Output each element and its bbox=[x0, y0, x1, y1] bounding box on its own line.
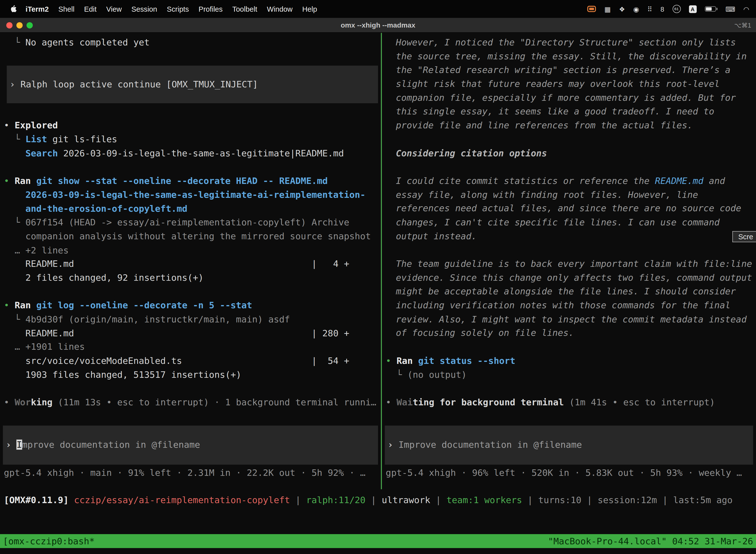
terminal-line: README.md | 280 + bbox=[4, 326, 381, 340]
terminal-line: Considering citation options bbox=[396, 147, 756, 160]
menu-item-help[interactable]: Help bbox=[297, 5, 322, 13]
terminal-line: The team guideline is to back every impo… bbox=[396, 257, 756, 271]
terminal-line: └ (no output) bbox=[386, 368, 756, 382]
dots-grid-icon[interactable]: ⠿ bbox=[647, 5, 652, 13]
terminal-line: … +2 lines bbox=[4, 243, 381, 258]
window-shortcut-badge: ⌥⌘1 bbox=[734, 21, 751, 29]
terminal-line: slight risk that future readers may over… bbox=[396, 77, 756, 91]
prompt-text-left: › Improve documentation in @filename bbox=[6, 438, 375, 452]
terminal-line: might be acceptable alongside the file l… bbox=[396, 285, 756, 299]
screenshot-notification[interactable]: Scre bbox=[733, 231, 756, 242]
window-title-bar: omx --xhigh --madmax ⌥⌘1 bbox=[0, 18, 756, 33]
model-status-line-right: gpt-5.4 xhigh · 96% left · 520K in · 5.8… bbox=[382, 466, 756, 480]
terminal-line: of focusing solely on file lines. bbox=[396, 326, 756, 340]
blank-line bbox=[4, 285, 381, 299]
close-button[interactable] bbox=[6, 22, 12, 28]
screen-recording-indicator[interactable] bbox=[587, 6, 596, 12]
blank-line bbox=[4, 382, 381, 396]
terminal-line: However, I noticed the "Directory Struct… bbox=[396, 36, 756, 50]
terminal-line: • Working (11m 13s • esc to interrupt) ·… bbox=[4, 396, 381, 409]
terminal-line: the "Related research writing" section i… bbox=[396, 63, 756, 77]
terminal-line: companion analysis without altering the … bbox=[4, 230, 381, 243]
battery-icon[interactable] bbox=[705, 6, 716, 11]
terminal-line: └ List git ls-files bbox=[4, 133, 381, 147]
terminal-line: … +1901 lines bbox=[4, 340, 381, 354]
terminal-line: • Ran git show --stat --oneline --decora… bbox=[4, 174, 381, 188]
menu-items: iTerm2ShellEditViewSessionScriptsProfile… bbox=[21, 5, 322, 13]
window-title: omx --xhigh --madmax bbox=[0, 21, 756, 29]
terminal-line: evidence. Since this change only affects… bbox=[396, 271, 756, 285]
minimize-button[interactable] bbox=[16, 22, 22, 28]
terminal-line: • Waiting for background terminal (1m 41… bbox=[386, 396, 756, 409]
terminal-line: 1903 files changed, 513517 insertions(+) bbox=[4, 368, 381, 382]
blank-line bbox=[386, 160, 756, 174]
terminal-line: Search 2026-03-09-is-legal-the-same-as-l… bbox=[4, 147, 381, 160]
tmux-pane-left: └ No agents completed yet› Ralph loop ac… bbox=[0, 33, 381, 489]
terminal-line: • Ran git status --short bbox=[386, 354, 756, 368]
blank-line bbox=[386, 382, 756, 396]
terminal-line: • Explored bbox=[4, 119, 381, 133]
menu-item-session[interactable]: Session bbox=[126, 5, 162, 13]
terminal-line: I could cite commit statistics or refere… bbox=[396, 174, 756, 188]
terminal-line: this single essay, it seems like a good … bbox=[396, 105, 756, 119]
blank-line bbox=[4, 160, 381, 174]
terminal-line: README.md | 4 + bbox=[4, 258, 381, 271]
menu-item-window[interactable]: Window bbox=[262, 5, 298, 13]
wifi-icon[interactable]: ◠ bbox=[743, 5, 749, 13]
terminal-line: src/voice/voiceModeEnabled.ts | 54 + bbox=[4, 354, 381, 368]
menu-item-shell[interactable]: Shell bbox=[54, 5, 79, 13]
camera-icon[interactable]: ◉ bbox=[633, 5, 639, 13]
model-status-line-left: gpt-5.4 xhigh · main · 91% left · 2.31M … bbox=[0, 466, 381, 480]
pane-right-output: However, I noticed the "Directory Struct… bbox=[382, 33, 756, 426]
terminal-line: companion file, especially if more comme… bbox=[396, 91, 756, 105]
menu-item-toolbelt[interactable]: Toolbelt bbox=[228, 5, 262, 13]
apple-logo-icon bbox=[10, 4, 17, 13]
tmux-pane-right: However, I noticed the "Directory Struct… bbox=[382, 33, 756, 489]
input-source-badge[interactable]: A bbox=[689, 5, 696, 13]
terminal-line: the source tree, missing the essay. Stil… bbox=[396, 50, 756, 63]
menu-item-edit[interactable]: Edit bbox=[79, 5, 102, 13]
tmux-panes: └ No agents completed yet› Ralph loop ac… bbox=[0, 33, 756, 489]
terminal-line: └ 067f154 (HEAD -> essay/ai-reimplementa… bbox=[4, 216, 381, 230]
terminal-line: and-the-erosion-of-copyleft.md bbox=[4, 202, 381, 216]
menu-item-view[interactable]: View bbox=[102, 5, 127, 13]
terminal-line: essay file, along with finding root file… bbox=[396, 188, 756, 202]
tmux-session-info: [omx-cczip0:bash* bbox=[3, 534, 95, 548]
keyboard-icon[interactable]: ⌨ bbox=[726, 5, 735, 13]
terminal-line: review. Also, I might want to inspect th… bbox=[396, 313, 756, 326]
macos-menu-bar: iTerm2ShellEditViewSessionScriptsProfile… bbox=[0, 0, 756, 18]
blank-line bbox=[386, 243, 756, 257]
zoom-button[interactable] bbox=[26, 22, 33, 28]
menu-item-iterm2[interactable]: iTerm2 bbox=[21, 5, 54, 13]
menu-item-scripts[interactable]: Scripts bbox=[162, 5, 194, 13]
terminal-area: └ No agents completed yet› Ralph loop ac… bbox=[0, 33, 756, 554]
terminal-line: output instead. bbox=[396, 230, 756, 243]
hook-icon[interactable]: 8 bbox=[660, 5, 664, 13]
terminal-line: provide file and line references from th… bbox=[396, 119, 756, 132]
terminal-line: └ No agents completed yet bbox=[4, 36, 381, 50]
battery-gauge-icon[interactable]: 61 bbox=[673, 5, 681, 13]
color-meter-icon[interactable]: ❖ bbox=[619, 5, 625, 13]
terminal-line: including verification notes with those … bbox=[396, 298, 756, 313]
traffic-lights bbox=[0, 22, 33, 28]
tmux-host-time: "MacBook-Pro-44.local" 04:52 31-Mar-26 bbox=[548, 534, 753, 548]
prompt-text-right: › Improve documentation in @filename bbox=[388, 438, 750, 452]
terminal-line: references need actual files, and since … bbox=[396, 202, 756, 216]
prompt-input-left[interactable]: › Improve documentation in @filename bbox=[3, 426, 378, 465]
iterm2-window: iTerm2ShellEditViewSessionScriptsProfile… bbox=[0, 0, 756, 554]
menu-bar-status-icons: ▦❖◉⠿861A⌨◠ bbox=[587, 5, 749, 13]
bottom-strip bbox=[0, 548, 756, 554]
tmux-status-bar: [omx-cczip0:bash* "MacBook-Pro-44.local"… bbox=[0, 534, 756, 548]
terminal-line: • Ran git log --oneline --decorate -n 5 … bbox=[4, 299, 381, 313]
omx-status-line: [OMX#0.11.9] cczip/essay/ai-reimplementa… bbox=[0, 493, 756, 507]
menu-item-profiles[interactable]: Profiles bbox=[194, 5, 228, 13]
terminal-line: changes, I can't cite specific file line… bbox=[396, 216, 756, 230]
pane-left-output: └ No agents completed yet› Ralph loop ac… bbox=[0, 33, 381, 426]
terminal-line: › Ralph loop active continue [OMX_TMUX_I… bbox=[10, 77, 375, 91]
apple-menu[interactable] bbox=[10, 4, 17, 13]
prompt-input-right[interactable]: › Improve documentation in @filename bbox=[385, 426, 753, 465]
blank-line bbox=[386, 340, 756, 354]
terminal-gap bbox=[0, 507, 756, 534]
terminal-line: 2 files changed, 92 insertions(+) bbox=[4, 271, 381, 285]
grid-icon[interactable]: ▦ bbox=[605, 5, 611, 13]
